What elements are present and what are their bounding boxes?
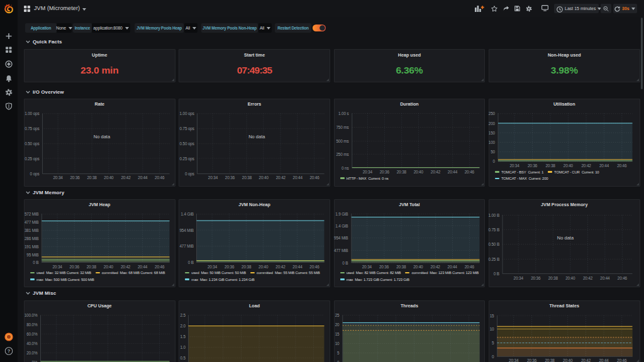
svg-text:?: ? <box>8 348 11 354</box>
